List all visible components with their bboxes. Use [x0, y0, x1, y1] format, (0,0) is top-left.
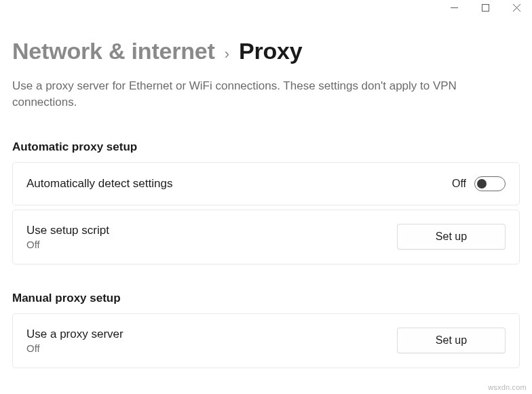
window-titlebar	[0, 0, 532, 15]
page-content: Network & internet › Proxy Use a proxy s…	[0, 38, 532, 368]
watermark: wsxdn.com	[488, 383, 527, 391]
chevron-right-icon: ›	[225, 45, 229, 63]
close-icon	[513, 4, 520, 12]
row-title: Use a proxy server	[26, 328, 124, 341]
breadcrumb: Network & internet › Proxy	[12, 38, 520, 64]
row-text: Use a proxy server Off	[26, 328, 124, 354]
auto-detect-row: Automatically detect settings Off	[12, 162, 520, 205]
breadcrumb-current: Proxy	[239, 38, 303, 64]
minimize-button[interactable]	[438, 0, 470, 15]
page-description: Use a proxy server for Ethernet or WiFi …	[12, 78, 501, 111]
row-subtitle: Off	[26, 239, 109, 250]
setup-script-row: Use setup script Off Set up	[12, 210, 520, 264]
maximize-icon	[482, 4, 489, 12]
maximize-button[interactable]	[470, 0, 501, 15]
breadcrumb-parent[interactable]: Network & internet	[12, 38, 215, 64]
row-text: Use setup script Off	[26, 224, 109, 250]
proxy-server-row: Use a proxy server Off Set up	[12, 313, 520, 368]
auto-detect-toggle[interactable]	[474, 176, 506, 191]
toggle-knob-icon	[477, 179, 487, 189]
minimize-icon	[451, 4, 458, 12]
row-text: Automatically detect settings	[26, 177, 172, 191]
close-button[interactable]	[501, 0, 532, 15]
toggle-state-label: Off	[452, 178, 466, 190]
proxy-server-setup-button[interactable]: Set up	[397, 328, 506, 353]
automatic-proxy-heading: Automatic proxy setup	[12, 140, 520, 154]
row-title: Use setup script	[26, 224, 109, 237]
svg-rect-1	[482, 4, 489, 11]
row-title: Automatically detect settings	[26, 177, 172, 191]
setup-script-button[interactable]: Set up	[397, 224, 506, 250]
toggle-group: Off	[452, 176, 506, 191]
manual-proxy-heading: Manual proxy setup	[12, 292, 520, 305]
row-subtitle: Off	[26, 342, 124, 354]
